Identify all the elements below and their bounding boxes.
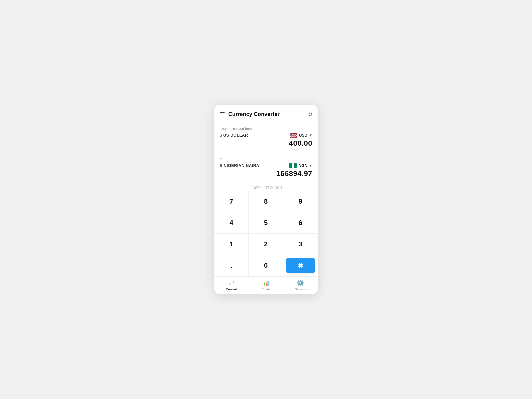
from-currency-selector[interactable]: 🇺🇸 USD ▼ [290, 133, 312, 138]
to-section: to: ₦ NIGERIAN NAIRA NGN ▼ 166894.97 [214, 153, 318, 183]
nav-convert-label: Convert [226, 288, 237, 291]
nav-settings-label: Settings [295, 288, 306, 291]
to-currency-row: ₦ NIGERIAN NAIRA NGN ▼ [220, 163, 312, 168]
exchange-rate: 1 USD = 417.24 NGN [214, 183, 318, 191]
key-9[interactable]: 9 [283, 191, 318, 212]
key-4[interactable]: 4 [214, 212, 249, 234]
from-currency-name-side: $ US DOLLAR [220, 133, 248, 138]
to-dropdown-arrow: ▼ [309, 164, 312, 167]
header: ☰ Currency Converter ↻ [214, 105, 318, 123]
to-currency-selector[interactable]: NGN ▼ [289, 163, 312, 168]
header-left: ☰ Currency Converter [220, 111, 280, 118]
from-currency-name: US DOLLAR [223, 133, 248, 138]
key-backspace[interactable]: ✖ [286, 258, 315, 274]
from-currency-row: $ US DOLLAR 🇺🇸 USD ▼ [220, 133, 312, 138]
refresh-icon[interactable]: ↻ [308, 111, 312, 118]
to-currency-name: NIGERIAN NAIRA [224, 163, 259, 168]
from-currency-symbol: $ [220, 133, 222, 138]
settings-icon: ⚙️ [297, 279, 304, 287]
key-3[interactable]: 3 [283, 234, 318, 255]
key-dot[interactable]: . [214, 255, 249, 276]
to-label: to: [220, 157, 312, 161]
convert-icon: ⇄ [229, 279, 234, 287]
nav-charts[interactable]: 📊 Charts [249, 279, 283, 291]
from-section: I want to convert from: $ US DOLLAR 🇺🇸 U… [214, 123, 318, 153]
menu-icon[interactable]: ☰ [220, 111, 225, 118]
app-container: ☰ Currency Converter ↻ I want to convert… [214, 105, 318, 294]
to-currency-code: NGN [298, 163, 307, 168]
key-0[interactable]: 0 [249, 255, 283, 276]
from-currency-code: USD [299, 133, 307, 138]
nav-convert[interactable]: ⇄ Convert [214, 279, 249, 291]
key-8[interactable]: 8 [249, 191, 283, 212]
to-flag-icon [289, 163, 297, 168]
from-flag-icon: 🇺🇸 [290, 133, 297, 138]
key-2[interactable]: 2 [249, 234, 283, 255]
nav-charts-label: Charts [262, 288, 271, 291]
from-amount[interactable]: 400.00 [220, 138, 312, 150]
from-dropdown-arrow: ▼ [309, 133, 312, 137]
key-6[interactable]: 6 [283, 212, 318, 234]
app-title: Currency Converter [228, 111, 280, 117]
key-7[interactable]: 7 [214, 191, 249, 212]
key-5[interactable]: 5 [249, 212, 283, 234]
key-1[interactable]: 1 [214, 234, 249, 255]
to-currency-name-side: ₦ NIGERIAN NAIRA [220, 163, 259, 168]
numpad: 7 8 9 4 5 6 1 2 3 . 0 ✖ [214, 191, 318, 276]
charts-icon: 📊 [262, 279, 270, 287]
nav-settings[interactable]: ⚙️ Settings [283, 279, 318, 291]
from-label: I want to convert from: [220, 127, 312, 131]
to-amount: 166894.97 [220, 168, 312, 181]
bottom-nav: ⇄ Convert 📊 Charts ⚙️ Settings [214, 276, 318, 294]
to-currency-symbol: ₦ [220, 163, 222, 168]
